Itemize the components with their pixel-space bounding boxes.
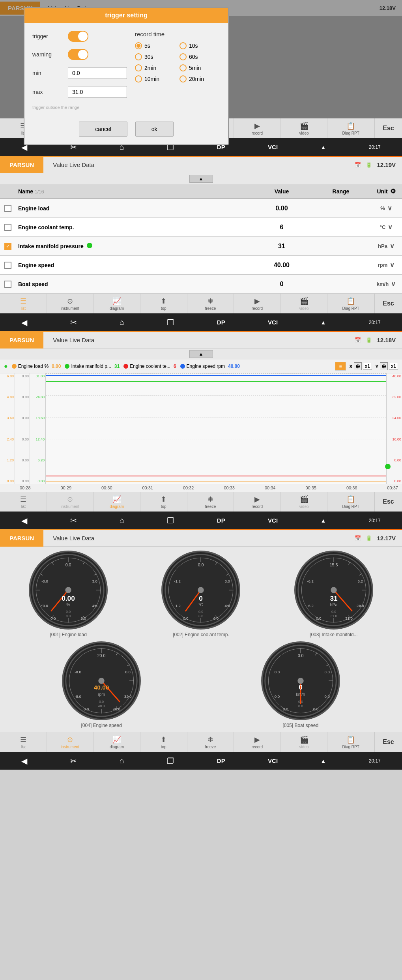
list-icon-s3: ☰: [20, 495, 26, 504]
toolbar-instrument-s4[interactable]: ⊙ instrument: [47, 732, 94, 752]
chevron-4[interactable]: ∨: [390, 261, 395, 269]
check-col-4[interactable]: [0, 262, 16, 269]
checkbox-4[interactable]: [4, 262, 11, 269]
checkbox-5[interactable]: [4, 281, 11, 288]
legend-dot-blue: [180, 364, 185, 369]
cancel-button[interactable]: cancel: [79, 122, 127, 137]
radio-20min[interactable]: 20min: [179, 75, 220, 82]
radio-2min[interactable]: 2min: [135, 64, 176, 71]
y-axis-orange: 6.004.803.602.401.200.00: [0, 373, 15, 484]
toolbar-list-s2[interactable]: ☰ list: [0, 294, 47, 313]
chevron-3[interactable]: ∨: [390, 242, 395, 250]
name-col-2: Engine coolant temp.: [16, 224, 252, 230]
gauge-circle-coolant-temp: 0.0 3.0 -1.2 4.8 -1.2 6.0 0.0: [161, 551, 240, 630]
copy-icon-s4[interactable]: ❐: [167, 756, 174, 766]
back-icon-s2[interactable]: ◀: [21, 318, 27, 327]
dialog-buttons: cancel ok: [24, 118, 228, 144]
page-info-label: 1/16: [35, 189, 44, 195]
y-zoom-in-btn[interactable]: ⊕: [380, 362, 388, 370]
scroll-up-btn-s2[interactable]: ▲: [189, 175, 213, 183]
toolbar-record-s2[interactable]: ▶ record: [234, 294, 281, 313]
toolbar-top-s3[interactable]: ⬆ top: [140, 492, 187, 512]
back-icon-s3[interactable]: ◀: [21, 516, 27, 525]
toolbar-diagram-s3[interactable]: 📈 diagram: [93, 492, 140, 512]
checkbox-1[interactable]: [4, 205, 11, 212]
toolbar-top-s2[interactable]: ⬆ top: [140, 294, 187, 313]
check-col-5[interactable]: [0, 281, 16, 288]
svg-line-24: [52, 562, 54, 565]
radio-10s[interactable]: 10s: [179, 42, 220, 49]
toolbar-diag-rpt-s4[interactable]: 📋 Diag RPT: [327, 732, 374, 752]
checkbox-3[interactable]: [4, 243, 11, 250]
toolbar-section4: ☰ list ⊙ instrument 📈 diagram ⬆ top ❄ fr…: [0, 732, 402, 752]
toolbar-video-s3[interactable]: 🎬 video: [281, 492, 328, 512]
radio-5s[interactable]: 5s: [135, 42, 176, 49]
parsun-tab-s3[interactable]: PARSUN: [0, 332, 43, 349]
toolbar-diagram-s2[interactable]: 📈 diagram: [93, 294, 140, 313]
toolbar-video-s2[interactable]: 🎬 video: [281, 294, 328, 313]
toolbar-items-s4: ☰ list ⊙ instrument 📈 diagram ⬆ top ❄ fr…: [0, 732, 374, 752]
chevron-5[interactable]: ∨: [391, 280, 396, 288]
nav-bar-s4: ◀ ✂ ⌂ ❐ DP VCI ▲ 20:17: [0, 752, 402, 770]
toolbar-video-s4[interactable]: 🎬 video: [281, 732, 328, 752]
value-live-tab-s4[interactable]: Value Live Data: [43, 530, 104, 547]
radio-60s[interactable]: 60s: [179, 53, 220, 60]
toolbar-video[interactable]: 🎬 video: [281, 118, 328, 138]
scissors-icon-s4[interactable]: ✂: [70, 756, 77, 766]
copy-icon-s2[interactable]: ❐: [167, 318, 174, 327]
section2-header: PARSUN Value Live Data 📅 🔋 12.19V: [0, 157, 402, 173]
toolbar-record[interactable]: ▶ record: [234, 118, 281, 138]
settings-gear-icon[interactable]: ⚙: [390, 187, 396, 195]
toolbar-freeze-s2[interactable]: ❄ freeze: [187, 294, 234, 313]
max-input[interactable]: [68, 86, 127, 98]
x-zoom-in-btn[interactable]: ⊕: [354, 362, 362, 370]
svg-text:0.0: 0.0: [331, 610, 336, 614]
chevron-2[interactable]: ∨: [388, 223, 393, 231]
check-col-3[interactable]: [0, 243, 16, 250]
trigger-toggle[interactable]: [68, 31, 88, 42]
esc-button-s1[interactable]: Esc: [374, 118, 402, 138]
toolbar-diag-rpt-s2[interactable]: 📋 Diag RPT: [327, 294, 374, 313]
toolbar-instrument-s3[interactable]: ⊙ instrument: [47, 492, 94, 512]
home-icon-s4[interactable]: ⌂: [120, 756, 124, 765]
radio-5min[interactable]: 5min: [179, 64, 220, 71]
toolbar-list-s3[interactable]: ☰ list: [0, 492, 47, 512]
toolbar-items-s2: ☰ list ⊙ instrument 📈 diagram ⬆ top ❄ fr…: [0, 294, 374, 313]
parsun-tab-s4[interactable]: PARSUN: [0, 530, 43, 547]
scissors-icon-s2[interactable]: ✂: [70, 318, 77, 327]
toolbar-top-s4[interactable]: ⬆ top: [140, 732, 187, 752]
gauge-label-boat-speed: [005] Boat speed: [282, 723, 318, 728]
toolbar-record-s4[interactable]: ▶ record: [234, 732, 281, 752]
esc-button-s4[interactable]: Esc: [374, 732, 402, 752]
ok-button[interactable]: ok: [135, 122, 174, 137]
legend-color-btn[interactable]: ≡: [335, 362, 346, 371]
radio-30s[interactable]: 30s: [135, 53, 176, 60]
back-icon-s4[interactable]: ◀: [21, 756, 27, 766]
toolbar-diag-rpt-s3[interactable]: 📋 Diag RPT: [327, 492, 374, 512]
home-icon-s2[interactable]: ⌂: [120, 318, 124, 327]
toolbar-instrument-s2[interactable]: ⊙ instrument: [47, 294, 94, 313]
esc-button-s2[interactable]: Esc: [374, 294, 402, 313]
checkbox-2[interactable]: [4, 224, 11, 231]
value-live-tab-s3[interactable]: Value Live Data: [43, 332, 104, 349]
copy-icon-s3[interactable]: ❐: [167, 516, 174, 525]
min-input[interactable]: [68, 67, 127, 79]
scissors-icon-s3[interactable]: ✂: [70, 516, 77, 525]
toolbar-diag-rpt[interactable]: 📋 Diag RPT: [327, 118, 374, 138]
radio-10min[interactable]: 10min: [135, 75, 176, 82]
toolbar-freeze-s4[interactable]: ❄ freeze: [187, 732, 234, 752]
toolbar-list-s4[interactable]: ☰ list: [0, 732, 47, 752]
value-live-tab-s2[interactable]: Value Live Data: [43, 157, 104, 173]
toolbar-freeze-s3[interactable]: ❄ freeze: [187, 492, 234, 512]
toolbar-diagram-s4[interactable]: 📈 diagram: [93, 732, 140, 752]
warning-toggle[interactable]: [68, 49, 88, 60]
esc-button-s3[interactable]: Esc: [374, 492, 402, 512]
scroll-up-btn-s3[interactable]: ▲: [189, 350, 213, 358]
home-icon-s3[interactable]: ⌂: [120, 516, 124, 525]
chevron-1[interactable]: ∨: [387, 204, 392, 212]
toolbar-record-s3[interactable]: ▶ record: [234, 492, 281, 512]
check-col-2[interactable]: [0, 224, 16, 231]
check-col-1[interactable]: [0, 205, 16, 212]
parsun-tab-s2[interactable]: PARSUN: [0, 157, 43, 173]
svg-text:rpm: rpm: [98, 692, 105, 697]
